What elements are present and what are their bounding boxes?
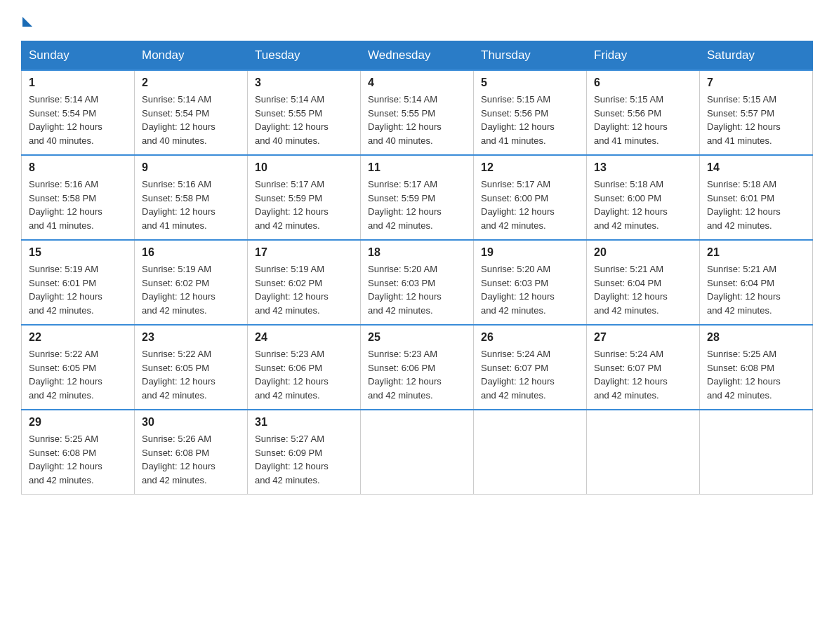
day-number: 9	[142, 161, 240, 174]
calendar-header-saturday: Saturday	[700, 41, 813, 71]
calendar-cell	[700, 410, 813, 495]
calendar-cell: 14 Sunrise: 5:18 AM Sunset: 6:01 PM Dayl…	[700, 155, 813, 240]
calendar-cell: 8 Sunrise: 5:16 AM Sunset: 5:58 PM Dayli…	[22, 155, 135, 240]
day-number: 1	[29, 76, 127, 89]
day-info: Sunrise: 5:18 AM Sunset: 6:00 PM Dayligh…	[594, 177, 692, 232]
day-info: Sunrise: 5:24 AM Sunset: 6:07 PM Dayligh…	[594, 347, 692, 402]
day-info: Sunrise: 5:17 AM Sunset: 5:59 PM Dayligh…	[255, 177, 353, 232]
calendar-cell: 18 Sunrise: 5:20 AM Sunset: 6:03 PM Dayl…	[361, 240, 474, 325]
day-info: Sunrise: 5:14 AM Sunset: 5:54 PM Dayligh…	[142, 93, 240, 147]
calendar-header-friday: Friday	[587, 41, 700, 71]
day-info: Sunrise: 5:25 AM Sunset: 6:08 PM Dayligh…	[707, 347, 805, 402]
calendar-cell: 17 Sunrise: 5:19 AM Sunset: 6:02 PM Dayl…	[248, 240, 361, 325]
day-info: Sunrise: 5:26 AM Sunset: 6:08 PM Dayligh…	[142, 432, 240, 487]
calendar-cell	[361, 410, 474, 495]
calendar-week-row: 22 Sunrise: 5:22 AM Sunset: 6:05 PM Dayl…	[22, 325, 813, 410]
day-number: 8	[29, 161, 127, 174]
calendar-cell: 6 Sunrise: 5:15 AM Sunset: 5:56 PM Dayli…	[587, 70, 700, 155]
day-info: Sunrise: 5:22 AM Sunset: 6:05 PM Dayligh…	[142, 347, 240, 402]
day-info: Sunrise: 5:27 AM Sunset: 6:09 PM Dayligh…	[255, 432, 353, 487]
day-number: 17	[255, 246, 353, 259]
day-number: 21	[707, 246, 805, 259]
calendar-cell: 16 Sunrise: 5:19 AM Sunset: 6:02 PM Dayl…	[135, 240, 248, 325]
day-info: Sunrise: 5:14 AM Sunset: 5:54 PM Dayligh…	[29, 93, 127, 147]
day-number: 19	[481, 246, 579, 259]
day-info: Sunrise: 5:21 AM Sunset: 6:04 PM Dayligh…	[707, 262, 805, 317]
calendar-cell: 30 Sunrise: 5:26 AM Sunset: 6:08 PM Dayl…	[135, 410, 248, 495]
calendar-cell: 11 Sunrise: 5:17 AM Sunset: 5:59 PM Dayl…	[361, 155, 474, 240]
day-info: Sunrise: 5:14 AM Sunset: 5:55 PM Dayligh…	[368, 93, 466, 147]
calendar-header-tuesday: Tuesday	[248, 41, 361, 71]
day-number: 22	[29, 331, 127, 344]
day-info: Sunrise: 5:21 AM Sunset: 6:04 PM Dayligh…	[594, 262, 692, 317]
calendar-cell: 13 Sunrise: 5:18 AM Sunset: 6:00 PM Dayl…	[587, 155, 700, 240]
day-info: Sunrise: 5:17 AM Sunset: 5:59 PM Dayligh…	[368, 177, 466, 232]
day-number: 4	[368, 76, 466, 89]
day-info: Sunrise: 5:20 AM Sunset: 6:03 PM Dayligh…	[481, 262, 579, 317]
calendar-cell: 29 Sunrise: 5:25 AM Sunset: 6:08 PM Dayl…	[22, 410, 135, 495]
logo-triangle-icon	[22, 17, 32, 27]
day-number: 26	[481, 331, 579, 344]
day-info: Sunrise: 5:23 AM Sunset: 6:06 PM Dayligh…	[255, 347, 353, 402]
calendar-cell	[587, 410, 700, 495]
calendar-header-wednesday: Wednesday	[361, 41, 474, 71]
day-number: 31	[255, 416, 353, 429]
day-number: 15	[29, 246, 127, 259]
day-number: 11	[368, 161, 466, 174]
day-number: 6	[594, 76, 692, 89]
day-info: Sunrise: 5:15 AM Sunset: 5:56 PM Dayligh…	[481, 93, 579, 147]
calendar-header-thursday: Thursday	[474, 41, 587, 71]
day-info: Sunrise: 5:19 AM Sunset: 6:02 PM Dayligh…	[142, 262, 240, 317]
calendar-cell: 21 Sunrise: 5:21 AM Sunset: 6:04 PM Dayl…	[700, 240, 813, 325]
calendar-cell: 23 Sunrise: 5:22 AM Sunset: 6:05 PM Dayl…	[135, 325, 248, 410]
calendar-cell	[474, 410, 587, 495]
calendar-cell: 4 Sunrise: 5:14 AM Sunset: 5:55 PM Dayli…	[361, 70, 474, 155]
calendar-cell: 9 Sunrise: 5:16 AM Sunset: 5:58 PM Dayli…	[135, 155, 248, 240]
calendar-table: SundayMondayTuesdayWednesdayThursdayFrid…	[21, 41, 813, 495]
day-number: 25	[368, 331, 466, 344]
day-number: 12	[481, 161, 579, 174]
day-number: 5	[481, 76, 579, 89]
day-info: Sunrise: 5:18 AM Sunset: 6:01 PM Dayligh…	[707, 177, 805, 232]
day-info: Sunrise: 5:23 AM Sunset: 6:06 PM Dayligh…	[368, 347, 466, 402]
calendar-cell: 12 Sunrise: 5:17 AM Sunset: 6:00 PM Dayl…	[474, 155, 587, 240]
calendar-cell: 27 Sunrise: 5:24 AM Sunset: 6:07 PM Dayl…	[587, 325, 700, 410]
page-header	[21, 14, 813, 27]
day-info: Sunrise: 5:22 AM Sunset: 6:05 PM Dayligh…	[29, 347, 127, 402]
day-number: 16	[142, 246, 240, 259]
day-number: 30	[142, 416, 240, 429]
day-info: Sunrise: 5:25 AM Sunset: 6:08 PM Dayligh…	[29, 432, 127, 487]
calendar-header-row: SundayMondayTuesdayWednesdayThursdayFrid…	[22, 41, 813, 71]
calendar-cell: 3 Sunrise: 5:14 AM Sunset: 5:55 PM Dayli…	[248, 70, 361, 155]
calendar-week-row: 1 Sunrise: 5:14 AM Sunset: 5:54 PM Dayli…	[22, 70, 813, 155]
calendar-cell: 10 Sunrise: 5:17 AM Sunset: 5:59 PM Dayl…	[248, 155, 361, 240]
calendar-cell: 24 Sunrise: 5:23 AM Sunset: 6:06 PM Dayl…	[248, 325, 361, 410]
day-number: 27	[594, 331, 692, 344]
day-info: Sunrise: 5:17 AM Sunset: 6:00 PM Dayligh…	[481, 177, 579, 232]
day-info: Sunrise: 5:15 AM Sunset: 5:57 PM Dayligh…	[707, 93, 805, 147]
calendar-week-row: 15 Sunrise: 5:19 AM Sunset: 6:01 PM Dayl…	[22, 240, 813, 325]
calendar-cell: 26 Sunrise: 5:24 AM Sunset: 6:07 PM Dayl…	[474, 325, 587, 410]
day-number: 3	[255, 76, 353, 89]
day-number: 24	[255, 331, 353, 344]
calendar-cell: 22 Sunrise: 5:22 AM Sunset: 6:05 PM Dayl…	[22, 325, 135, 410]
calendar-cell: 28 Sunrise: 5:25 AM Sunset: 6:08 PM Dayl…	[700, 325, 813, 410]
day-number: 2	[142, 76, 240, 89]
calendar-cell: 5 Sunrise: 5:15 AM Sunset: 5:56 PM Dayli…	[474, 70, 587, 155]
day-number: 10	[255, 161, 353, 174]
day-info: Sunrise: 5:16 AM Sunset: 5:58 PM Dayligh…	[29, 177, 127, 232]
day-number: 14	[707, 161, 805, 174]
day-number: 18	[368, 246, 466, 259]
day-number: 23	[142, 331, 240, 344]
calendar-cell: 25 Sunrise: 5:23 AM Sunset: 6:06 PM Dayl…	[361, 325, 474, 410]
day-info: Sunrise: 5:19 AM Sunset: 6:01 PM Dayligh…	[29, 262, 127, 317]
calendar-cell: 7 Sunrise: 5:15 AM Sunset: 5:57 PM Dayli…	[700, 70, 813, 155]
logo	[21, 14, 32, 27]
day-number: 7	[707, 76, 805, 89]
day-info: Sunrise: 5:24 AM Sunset: 6:07 PM Dayligh…	[481, 347, 579, 402]
calendar-cell: 15 Sunrise: 5:19 AM Sunset: 6:01 PM Dayl…	[22, 240, 135, 325]
day-number: 28	[707, 331, 805, 344]
day-info: Sunrise: 5:15 AM Sunset: 5:56 PM Dayligh…	[594, 93, 692, 147]
calendar-cell: 2 Sunrise: 5:14 AM Sunset: 5:54 PM Dayli…	[135, 70, 248, 155]
day-info: Sunrise: 5:20 AM Sunset: 6:03 PM Dayligh…	[368, 262, 466, 317]
